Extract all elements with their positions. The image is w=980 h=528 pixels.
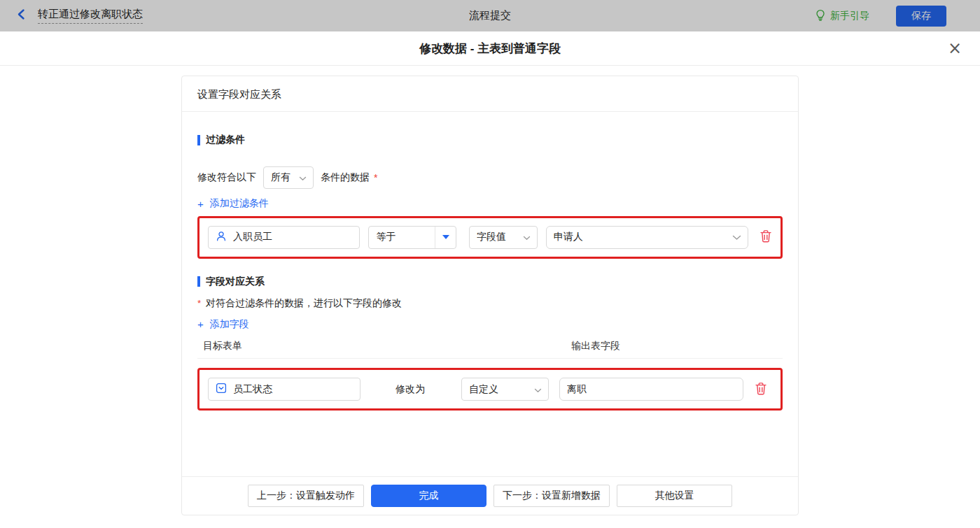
lightbulb-icon xyxy=(815,9,826,23)
modal-header: 修改数据 - 主表到普通字段 × xyxy=(0,31,980,66)
other-settings-button[interactable]: 其他设置 xyxy=(617,485,732,507)
operator-caret[interactable] xyxy=(435,227,456,248)
edit-data-modal: 修改数据 - 主表到普通字段 × 设置字段对应关系 过滤条件 修改符合以下 所有 xyxy=(0,31,980,528)
value-type-select[interactable]: 字段值 xyxy=(469,226,538,249)
next-step-button[interactable]: 下一步：设置新增数据 xyxy=(493,485,610,507)
filter-value-select[interactable]: 申请人 xyxy=(546,226,748,249)
modal-title: 修改数据 - 主表到普通字段 xyxy=(419,41,561,57)
prev-step-button[interactable]: 上一步：设置触发动作 xyxy=(248,485,364,507)
beginner-guide-link[interactable]: 新手引导 xyxy=(815,9,869,23)
filter-section-label: 过滤条件 xyxy=(206,134,245,146)
chevron-down-icon xyxy=(732,231,741,243)
card-body: 过滤条件 修改符合以下 所有 条件的数据 * + 添加过滤条件 xyxy=(182,112,798,476)
filter-field-select[interactable]: 入职员工 xyxy=(208,226,360,249)
filter-sentence: 修改符合以下 所有 条件的数据 * xyxy=(197,166,783,189)
close-icon[interactable]: × xyxy=(948,40,962,57)
select-field-icon xyxy=(216,383,227,396)
modify-to-label: 修改为 xyxy=(396,383,425,396)
save-button[interactable]: 保存 xyxy=(896,6,946,27)
card-footer: 上一步：设置触发动作 完成 下一步：设置新增数据 其他设置 xyxy=(182,476,798,515)
operator-select[interactable]: 等于 xyxy=(368,226,456,249)
trash-icon xyxy=(760,229,772,245)
chevron-down-icon xyxy=(299,172,307,183)
caret-down-icon xyxy=(442,235,449,239)
required-mark: * xyxy=(197,298,201,308)
section-accent-bar xyxy=(197,135,200,145)
field-mapping-row: 员工状态 修改为 自定义 xyxy=(197,368,783,411)
value-mode-value: 自定义 xyxy=(469,383,498,396)
chevron-down-icon xyxy=(523,231,531,243)
target-field-value: 员工状态 xyxy=(233,383,272,396)
mapping-hint: * 对符合过滤条件的数据，进行以下字段的修改 xyxy=(197,297,783,310)
add-filter-condition-label: 添加过滤条件 xyxy=(210,197,269,210)
required-mark: * xyxy=(374,172,377,183)
filter-sentence-suffix: 条件的数据 xyxy=(321,171,370,184)
filter-sentence-prefix: 修改符合以下 xyxy=(197,171,256,184)
match-mode-select[interactable]: 所有 xyxy=(263,166,314,189)
flow-title: 转正通过修改离职状态 xyxy=(38,8,143,24)
topbar: 转正通过修改离职状态 流程提交 新手引导 保存 xyxy=(0,0,980,31)
user-icon xyxy=(216,231,227,244)
target-field-select[interactable]: 员工状态 xyxy=(208,378,360,401)
back-button[interactable] xyxy=(15,8,27,23)
add-field-link[interactable]: + 添加字段 xyxy=(197,318,249,331)
value-mode-select[interactable]: 自定义 xyxy=(461,378,549,401)
filter-condition-row: 入职员工 等于 字段值 申请人 xyxy=(197,216,783,259)
chevron-left-icon xyxy=(15,8,27,23)
value-type-value: 字段值 xyxy=(477,231,506,243)
output-field-header: 输出表字段 xyxy=(571,340,620,352)
filter-value: 申请人 xyxy=(554,231,583,243)
match-mode-value: 所有 xyxy=(271,171,290,184)
field-mapping-card: 设置字段对应关系 过滤条件 修改符合以下 所有 条件的数据 * xyxy=(181,76,799,515)
filter-field-value: 入职员工 xyxy=(233,231,272,243)
mapping-column-headers: 目标表单 输出表字段 xyxy=(197,340,783,359)
done-button[interactable]: 完成 xyxy=(371,485,486,507)
plus-icon: + xyxy=(197,318,204,330)
target-form-header: 目标表单 xyxy=(203,340,242,351)
mapping-section-title: 字段对应关系 xyxy=(197,276,783,288)
plus-icon: + xyxy=(197,198,204,210)
delete-mapping-button[interactable] xyxy=(755,382,767,397)
delete-condition-button[interactable] xyxy=(760,229,772,245)
chevron-down-icon xyxy=(534,384,542,395)
section-accent-bar xyxy=(197,276,200,287)
trash-icon xyxy=(755,382,767,397)
operator-value: 等于 xyxy=(369,231,435,243)
card-title: 设置字段对应关系 xyxy=(182,76,798,112)
mapping-section-label: 字段对应关系 xyxy=(206,276,265,288)
filter-section-title: 过滤条件 xyxy=(197,134,783,146)
beginner-guide-label: 新手引导 xyxy=(830,10,869,22)
mapping-hint-text: 对符合过滤条件的数据，进行以下字段的修改 xyxy=(206,297,402,310)
add-field-label: 添加字段 xyxy=(210,318,249,331)
custom-value-input[interactable] xyxy=(559,378,743,401)
add-filter-condition-link[interactable]: + 添加过滤条件 xyxy=(197,197,269,210)
